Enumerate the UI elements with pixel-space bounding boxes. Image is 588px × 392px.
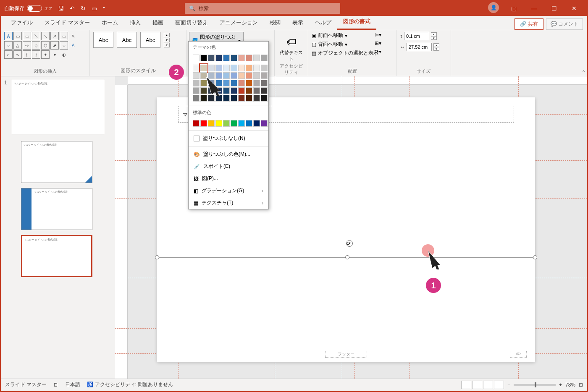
shape-style-preset[interactable]: Abc (93, 32, 113, 48)
minimize-icon[interactable]: — (524, 2, 543, 15)
master-thumbnail[interactable]: マスター タイトルの書式設定 (12, 80, 104, 134)
more-shapes-icon[interactable]: ▾ (50, 50, 59, 59)
color-tint[interactable] (231, 80, 237, 86)
color-tint[interactable] (215, 65, 222, 71)
color-tint[interactable] (231, 95, 237, 102)
slideshow-view-icon[interactable] (494, 381, 504, 389)
tab-view[interactable]: 表示 (286, 16, 309, 30)
color-tint[interactable] (253, 80, 260, 86)
maximize-icon[interactable]: ☐ (544, 2, 564, 15)
triangle-icon[interactable]: △ (13, 41, 22, 50)
curve-icon[interactable]: ∿ (13, 50, 22, 59)
qat-more-icon[interactable]: ▾ (103, 5, 105, 12)
brace-icon[interactable]: } (32, 50, 40, 59)
color-tint[interactable] (193, 87, 200, 94)
height-input[interactable] (404, 32, 429, 40)
slideshow-icon[interactable]: ▭ (92, 5, 97, 12)
eyedropper-item[interactable]: 💉スポイト(E) (189, 160, 268, 172)
search-box[interactable]: 🔍 検索 (185, 3, 340, 14)
page-number-placeholder[interactable]: ‹#› (510, 351, 527, 358)
save-icon[interactable]: 🖫 (58, 5, 64, 12)
spinner-up-icon[interactable]: ▴ (433, 43, 439, 47)
color-orange[interactable] (208, 120, 215, 127)
arrow-icon[interactable]: ⇨ (23, 41, 31, 50)
resize-handle-left[interactable] (155, 255, 159, 259)
spinner-down-icon[interactable]: ▾ (431, 36, 437, 40)
color-red[interactable] (200, 120, 207, 127)
shape-icon[interactable]: ▭ (13, 32, 22, 40)
color-black[interactable] (200, 55, 207, 61)
color-tint[interactable] (246, 95, 252, 102)
align-icon[interactable]: ⊫▾ (375, 32, 381, 38)
color-tint[interactable] (223, 95, 230, 102)
close-icon[interactable]: ✕ (564, 2, 584, 15)
color-tint[interactable] (231, 72, 237, 79)
alt-text-button[interactable]: 🏷 代替テキスト (278, 32, 304, 62)
color-tint[interactable] (253, 72, 260, 79)
resize-handle-right[interactable] (533, 255, 537, 259)
footer-placeholder[interactable]: フッター (325, 351, 367, 358)
tab-file[interactable]: ファイル (5, 16, 39, 30)
color-tint[interactable] (261, 80, 268, 86)
color-darkblue3[interactable] (253, 120, 260, 127)
account-avatar-icon[interactable]: 👤 (488, 2, 499, 13)
color-tint[interactable] (253, 95, 260, 102)
slide-thumbnails-pane[interactable]: 1 マスター タイトルの書式設定 マスター タイトルの書式設定 マスター タイト… (1, 76, 115, 379)
tab-slide-master[interactable]: スライド マスター (39, 16, 96, 30)
color-white[interactable] (193, 55, 200, 61)
shape-style-preset[interactable]: Abc (140, 32, 160, 48)
shape-icon[interactable]: ▭ (23, 32, 31, 40)
tab-help[interactable]: ヘルプ (309, 16, 337, 30)
brace-icon[interactable]: { (23, 50, 31, 59)
diamond-icon[interactable]: ◇ (32, 41, 40, 50)
color-tint[interactable] (193, 65, 200, 71)
color-tint[interactable] (238, 87, 245, 94)
color-darkblue[interactable] (215, 55, 222, 61)
star-icon[interactable]: ☆ (60, 41, 68, 50)
zoom-slider[interactable] (514, 384, 556, 386)
color-tint[interactable] (223, 65, 230, 71)
layout-thumbnail-selected[interactable]: マスター タイトルの書式設定 (21, 235, 92, 277)
ribbon-options-icon[interactable]: ▢ (504, 2, 523, 15)
line-icon[interactable]: ＼ (41, 32, 50, 40)
color-tint[interactable] (193, 72, 200, 79)
width-input[interactable] (407, 43, 432, 51)
layout-thumbnail[interactable]: マスター タイトルの書式設定 (21, 188, 92, 230)
color-lightblue[interactable] (238, 120, 245, 127)
rect-icon[interactable]: ▭ (60, 32, 68, 40)
gallery-more-icon[interactable]: ⊻ (164, 43, 170, 47)
fit-to-window-icon[interactable]: ⊡ (579, 382, 583, 388)
oval-icon[interactable]: ○ (4, 41, 13, 50)
gallery-up-icon[interactable]: ▴ (164, 33, 170, 37)
color-tint[interactable] (238, 80, 245, 86)
slide-canvas-area[interactable]: マスター タイトルの書式設定 ⟳ フッター ‹#› 1 (115, 76, 587, 379)
color-tint[interactable] (215, 95, 222, 102)
tab-home[interactable]: ホーム (96, 16, 124, 30)
color-gray2[interactable] (261, 55, 268, 61)
shapes-gallery[interactable]: A ▭ ▭ ＼ ＼ ↗ ▭ ✎ ○ △ ⇨ ◇ ⬡ ⬈ ☆ A ⌐ ∿ { } … (4, 32, 86, 59)
more-colors-item[interactable]: 🎨塗りつぶしの色(M)... (189, 148, 268, 160)
picture-fill-item[interactable]: 🖼図(P)... (189, 172, 268, 185)
hexagon-icon[interactable]: ⬡ (41, 41, 50, 50)
shape-style-preset[interactable]: Abc (117, 32, 137, 48)
arrow-icon[interactable]: ⬈ (50, 41, 59, 50)
connector-icon[interactable]: ⌐ (4, 50, 13, 59)
redo-icon[interactable]: ↻ (81, 5, 86, 12)
gallery-down-icon[interactable]: ▾ (164, 38, 170, 42)
rotate-handle-icon[interactable]: ⟳ (346, 240, 353, 247)
undo-icon[interactable]: ↶ (70, 5, 75, 12)
textbox-icon[interactable]: A (4, 32, 13, 40)
color-salmon[interactable] (238, 55, 245, 61)
zoom-level[interactable]: 78% (565, 382, 575, 388)
edit-shape-icon[interactable]: ✎ (69, 32, 77, 40)
color-coral[interactable] (246, 55, 252, 61)
tab-animations[interactable]: アニメーション (214, 16, 264, 30)
texture-item[interactable]: ▦テクスチャ(T)› (189, 197, 268, 209)
no-fill-item[interactable]: 塗りつぶしなし(N) (189, 132, 268, 144)
resize-handle-mid[interactable] (345, 255, 349, 259)
color-tint[interactable] (231, 87, 237, 94)
color-darkblue2[interactable] (231, 55, 237, 61)
notes-icon[interactable]: 🗒 (53, 382, 58, 388)
sorter-view-icon[interactable] (472, 381, 482, 389)
shape-styles-gallery[interactable]: Abc Abc Abc ▴ ▾ ⊻ (93, 32, 183, 48)
